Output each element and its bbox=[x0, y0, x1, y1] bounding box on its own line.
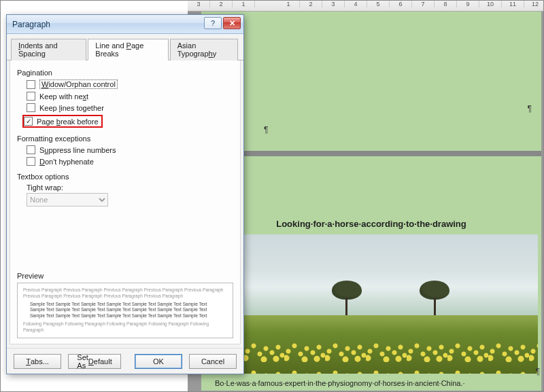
pagination-group-label: Pagination bbox=[17, 69, 233, 77]
ok-button[interactable]: OK bbox=[135, 354, 182, 369]
dialog-tabs: Indents and Spacing Line and Page Breaks… bbox=[7, 34, 243, 60]
preview-box: Previous Paragraph Previous Paragraph Pr… bbox=[17, 283, 233, 338]
keep-with-next-checkbox[interactable]: Keep with next bbox=[27, 92, 233, 101]
document-page-1[interactable]: ¶ ¶ bbox=[201, 12, 541, 151]
horizontal-ruler: 3211234567891011121314 bbox=[188, 1, 543, 12]
checkbox-icon bbox=[27, 92, 35, 101]
tight-wrap-label: Tight wrap: bbox=[27, 183, 233, 192]
page-break-before-checkbox[interactable] bbox=[24, 117, 33, 126]
tabs-button[interactable]: Tabs... bbox=[14, 354, 61, 369]
document-page-2[interactable]: Looking·for·a·horse·according·to·the·dra… bbox=[201, 156, 541, 391]
tight-wrap-select[interactable]: None bbox=[27, 193, 108, 207]
document-image[interactable] bbox=[243, 234, 538, 374]
dialog-button-row: Tabs... Set As Default OK Cancel bbox=[7, 348, 243, 374]
suppress-line-numbers-checkbox[interactable]: Suppress line numbers bbox=[27, 145, 233, 154]
set-as-default-button[interactable]: Set As Default bbox=[68, 354, 121, 369]
close-button[interactable]: ✕ bbox=[223, 17, 241, 29]
dialog-title: Paragraph bbox=[12, 20, 50, 29]
help-button[interactable]: ? bbox=[204, 17, 222, 29]
checkbox-icon bbox=[27, 80, 35, 89]
formatting-exceptions-group-label: Formatting exceptions bbox=[17, 135, 233, 143]
paragraph-mark: ¶ bbox=[536, 367, 540, 376]
cancel-button[interactable]: Cancel bbox=[189, 354, 237, 369]
document-body-text: Bo·Le·was·a·famous·expert·in·the·physiog… bbox=[201, 379, 541, 387]
dont-hyphenate-checkbox[interactable]: Don't hyphenate bbox=[27, 157, 233, 166]
document-heading: Looking·for·a·horse·according·to·the·dra… bbox=[201, 219, 541, 229]
widow-orphan-checkbox[interactable]: Widow/Orphan control bbox=[27, 79, 233, 89]
paragraph-dialog: Paragraph ? ✕ Indents and Spacing Line a… bbox=[6, 14, 244, 374]
dialog-titlebar[interactable]: Paragraph ? ✕ bbox=[7, 15, 243, 34]
preview-label: Preview bbox=[17, 272, 233, 280]
tab-indents-spacing[interactable]: Indents and Spacing bbox=[11, 39, 86, 60]
page-gap bbox=[201, 151, 541, 156]
dialog-body: Pagination Widow/Orphan control Keep wit… bbox=[10, 60, 241, 344]
tab-line-page-breaks[interactable]: Line and Page Breaks bbox=[88, 39, 168, 60]
paragraph-mark: ¶ bbox=[528, 104, 532, 113]
page-break-before-label[interactable]: Page break before bbox=[37, 118, 99, 126]
textbox-options-group-label: Textbox options bbox=[17, 173, 233, 181]
page-break-before-highlight: Page break before bbox=[22, 115, 103, 128]
checkbox-icon bbox=[27, 157, 35, 166]
checkbox-icon bbox=[27, 103, 35, 112]
checkbox-icon bbox=[27, 145, 35, 154]
keep-lines-together-checkbox[interactable]: Keep lines together bbox=[27, 103, 233, 112]
paragraph-mark: ¶ bbox=[264, 125, 268, 135]
tab-asian-typography[interactable]: Asian Typography bbox=[170, 39, 238, 60]
